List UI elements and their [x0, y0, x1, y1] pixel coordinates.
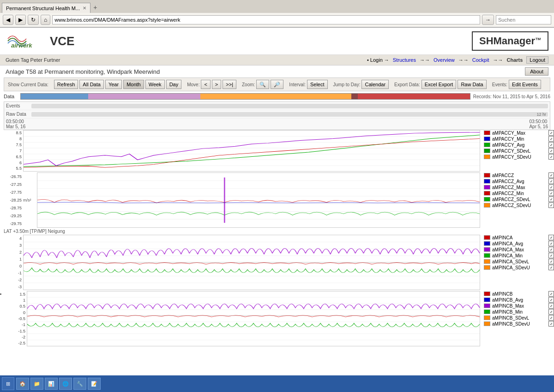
start-button[interactable]: ⊞	[2, 377, 14, 378]
chart4-yaxis: 1.5 1 0.5 0 -0.5 -1 -1.5 -2 -2.5	[4, 291, 27, 346]
data-slider-handle[interactable]	[351, 94, 358, 99]
nav-structures[interactable]: Structures	[393, 57, 416, 63]
legend-color	[484, 143, 490, 147]
nav-cockpit[interactable]: Cockpit	[472, 57, 489, 63]
refresh-button[interactable]: Refresh	[54, 80, 78, 89]
search-input[interactable]	[496, 15, 551, 24]
week-button[interactable]: Week	[145, 80, 165, 89]
nav-menu: Guten Tag Peter Furtner • Login → Struct…	[0, 55, 554, 65]
zoom-in-button[interactable]: 🔍	[256, 80, 269, 89]
taskbar-icon[interactable]: 📊	[45, 378, 58, 378]
taskbar-icon[interactable]: 🏠	[16, 378, 29, 378]
edit-events-button[interactable]: Edit Events	[509, 80, 541, 89]
jump-label: Jump to Day:	[333, 82, 361, 87]
move-fwd-button[interactable]: >	[212, 80, 221, 89]
legend-color	[484, 131, 490, 135]
events-group: Events: Edit Events	[492, 80, 541, 89]
export-label: Export Data:	[394, 82, 420, 87]
chart2-legend: aMPACCZ✓ aMPACCZ_Avg✓ aMPACCZ_Max✓ aMPAC…	[480, 172, 554, 228]
taskbar: ⊞ 🏠 📁 📊 🌐 🔧 📝	[0, 375, 554, 378]
legend-item: aMPINCA_SDevL✓	[484, 259, 554, 264]
nav-overview[interactable]: Overview	[434, 57, 455, 63]
go-button[interactable]: →	[482, 15, 494, 25]
legend-item: aMPACCY_Min✓	[484, 136, 554, 142]
legend-color	[484, 259, 490, 264]
svg-text:airwerk: airwerk	[11, 42, 32, 49]
select-button[interactable]: Select	[307, 80, 328, 89]
chart2-svg	[37, 173, 480, 227]
legend-item: aMPINCA_Min✓	[484, 253, 554, 258]
legend-color	[484, 241, 490, 246]
timeline-date-left: 03:50:00Mar 5, 16	[6, 119, 25, 129]
events-timeline-label: Events	[4, 103, 30, 108]
timeline-dates: 03:50:00Mar 5, 16 03:50:00Apr 5, 16	[4, 119, 550, 130]
move-end-button[interactable]: >>|	[223, 80, 236, 89]
legend-color	[484, 303, 490, 308]
legend-color	[484, 197, 490, 202]
legend-item: aMPACCZ_Avg✓	[484, 178, 554, 184]
events-timeline-row: Events	[4, 102, 550, 110]
excel-export-button[interactable]: Excel Export	[422, 80, 457, 89]
logout-button[interactable]: Logout	[526, 56, 548, 64]
data-slider[interactable]	[20, 93, 470, 100]
day-button[interactable]: Day	[166, 80, 182, 89]
legend-item: aMPACCZ✓	[484, 172, 554, 178]
chart2-main	[37, 172, 480, 228]
data-bar-row: Data Records: Nov 11, 2015 to Apr 5, 201…	[4, 93, 550, 100]
tab-bar: Permanent Structural Health M... ✕ +	[0, 0, 554, 13]
section-label: LAT +3.50m [TP/MP] Neigung	[4, 229, 550, 234]
refresh-nav-button[interactable]: ↻	[28, 15, 39, 25]
active-tab[interactable]: Permanent Structural Health M... ✕	[2, 3, 90, 13]
legend-item: aMPACCZ_Max✓	[484, 184, 554, 190]
taskbar-icons: 🏠 📁 📊 🌐 🔧 📝	[16, 378, 101, 378]
rawdata-timeline-row: Raw Data 12 hr	[4, 110, 550, 119]
taskbar-icon[interactable]: 📝	[88, 378, 101, 378]
taskbar-icon[interactable]: 🔧	[73, 378, 86, 378]
timeline-date-right: 03:50:00Apr 5, 16	[529, 119, 548, 129]
legend-item: aMPACCY_SDevL✓	[484, 148, 554, 154]
legend-color	[484, 309, 490, 314]
events-timeline-bar	[31, 104, 548, 108]
legend-color	[484, 253, 490, 258]
legend-color	[484, 235, 490, 240]
forward-button[interactable]: ▶	[15, 15, 26, 25]
chart1-legend: aMPACCY_Max✓ aMPACCY_Min✓ aMPACCY_Avg✓ a…	[480, 130, 554, 172]
app-header: airwerk VCE SHManager™	[0, 28, 554, 55]
all-data-button[interactable]: All Data	[79, 80, 104, 89]
taskbar-icon[interactable]: 📁	[30, 378, 43, 378]
chart2-yaxis: -26.75 -27.25 -27.75 -28.25 -28.75 -29.2…	[0, 172, 23, 228]
move-back-button[interactable]: <	[201, 80, 210, 89]
raw-data-button[interactable]: Raw Data	[458, 80, 486, 89]
legend-item: aMPACCY_SDevU✓	[484, 154, 554, 160]
data-buttons-group: Refresh All Data Year Month Week Day	[54, 80, 181, 89]
chart3-svg	[24, 235, 480, 290]
browser-chrome: Permanent Structural Health M... ✕ + ◀ ▶…	[0, 0, 554, 28]
export-group: Export Data: Excel Export Raw Data	[394, 80, 487, 89]
legend-item: aMPINCA_Max✓	[484, 247, 554, 252]
chart3-yaxis: 4 3 2 1 0 -1 -2 -3	[0, 235, 23, 290]
controls-row: Show Current Data: Refresh All Data Year…	[8, 80, 546, 89]
airwerk-logo-svg: airwerk	[6, 32, 47, 50]
about-button[interactable]: About	[525, 67, 548, 76]
zoom-out-button[interactable]: 🔎	[271, 80, 283, 89]
timeline-hr-label: 12 hr	[536, 112, 546, 117]
legend-item: aMPINCB_SDevL✓	[484, 315, 554, 321]
tab-close-icon[interactable]: ✕	[83, 6, 86, 11]
chart1-main	[23, 130, 480, 172]
legend-color	[484, 321, 490, 326]
legend-item: aMPACCZ_Min✓	[484, 190, 554, 196]
calendar-button[interactable]: Calendar	[361, 80, 389, 89]
back-button[interactable]: ◀	[3, 15, 13, 25]
year-button[interactable]: Year	[105, 80, 122, 89]
taskbar-icon[interactable]: 🌐	[59, 378, 72, 378]
rawdata-timeline-label: Raw Data	[4, 112, 30, 117]
new-tab-button[interactable]: +	[90, 2, 100, 12]
month-button[interactable]: Month	[123, 80, 144, 89]
legend-color	[484, 291, 490, 296]
nav-charts[interactable]: Charts	[507, 57, 523, 63]
chart4-legend: aMPINCB✓ aMPINCB_Avg✓ aMPINCB_Max✓ aMPIN…	[480, 291, 554, 346]
show-data-label: Show Current Data:	[8, 82, 48, 87]
legend-color	[484, 191, 490, 196]
address-bar[interactable]	[52, 15, 480, 24]
home-button[interactable]: ⌂	[41, 15, 50, 25]
